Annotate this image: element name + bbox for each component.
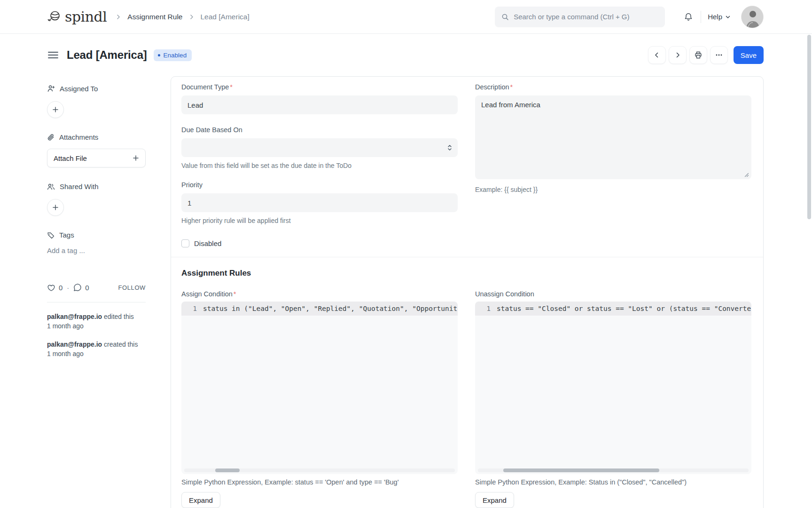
chevron-right-icon xyxy=(188,14,195,20)
horizontal-scrollbar[interactable] xyxy=(478,468,749,472)
page-scrollbar[interactable] xyxy=(807,35,811,219)
description-field: Description* Lead from America Example: … xyxy=(475,83,751,193)
due-date-based-on-field: Due Date Based On Value from this field … xyxy=(181,126,458,169)
users-icon xyxy=(47,183,55,190)
shared-with-label: Shared With xyxy=(60,183,99,190)
previous-document-button[interactable] xyxy=(648,46,666,64)
attachments-label: Attachments xyxy=(59,133,98,141)
code-content: status in ("Lead", "Open", "Replied", "Q… xyxy=(203,305,458,312)
description-textarea[interactable]: Lead from America xyxy=(475,95,751,179)
description-help-text: Example: {{ subject }} xyxy=(475,186,751,193)
breadcrumb-item-assignment-rule[interactable]: Assignment Rule xyxy=(127,13,182,21)
breadcrumb: Assignment Rule Lead [America] xyxy=(115,13,249,21)
paperclip-icon xyxy=(47,134,55,141)
navbar: spindl Assignment Rule Lead [America] xyxy=(0,0,812,34)
add-tag-input[interactable]: Add a tag ... xyxy=(47,246,146,254)
form-card: Document Type* Due Date Based On Value f… xyxy=(171,76,764,508)
tags-section: Tags xyxy=(47,231,146,239)
next-document-button[interactable] xyxy=(669,46,687,64)
unassign-condition-label: Unassign Condition xyxy=(475,290,751,298)
due-date-based-on-label: Due Date Based On xyxy=(181,126,458,134)
help-label: Help xyxy=(708,13,722,21)
add-share-button[interactable] xyxy=(47,199,64,216)
assign-condition-field: Assign Condition* 1 status in ("Lead", "… xyxy=(181,290,458,508)
page-title: Lead [America] xyxy=(67,48,147,62)
document-type-input[interactable] xyxy=(181,95,458,114)
priority-label: Priority xyxy=(181,181,458,189)
document-sidebar: Assigned To Attachments Attach File xyxy=(47,76,146,358)
plus-icon xyxy=(52,204,59,211)
unassign-condition-code-editor[interactable]: 1 status == "Closed" or status == "Lost"… xyxy=(475,302,751,474)
section-divider xyxy=(171,257,763,257)
line-number: 1 xyxy=(181,305,203,312)
comments-button[interactable] xyxy=(73,284,82,292)
divider xyxy=(701,11,701,23)
unassign-condition-expand-button[interactable]: Expand xyxy=(475,492,514,508)
tag-icon xyxy=(47,231,55,239)
status-dot-icon xyxy=(158,54,160,56)
hamburger-menu-icon xyxy=(48,51,58,59)
separator: · xyxy=(67,284,69,292)
disabled-label[interactable]: Disabled xyxy=(194,239,221,247)
priority-help-text: Higher priority rule will be applied fir… xyxy=(181,217,458,224)
priority-field: Priority Higher priority rule will be ap… xyxy=(181,181,458,224)
assign-condition-label: Assign Condition* xyxy=(181,290,458,298)
activity-entry: palkan@frappe.io edited this 1 month ago xyxy=(47,312,146,331)
app-logo[interactable]: spindl xyxy=(47,8,107,25)
sidebar-toggle-button[interactable] xyxy=(47,49,59,61)
activity-action: created this xyxy=(104,341,138,348)
line-number: 1 xyxy=(475,305,497,312)
attach-file-button[interactable]: Attach File xyxy=(47,149,146,167)
search-icon xyxy=(501,13,509,21)
unassign-condition-help-text: Simple Python Expression, Example: Statu… xyxy=(475,478,751,486)
disabled-checkbox[interactable] xyxy=(181,239,189,247)
comment-icon xyxy=(73,284,82,292)
user-avatar[interactable] xyxy=(741,6,764,28)
print-button[interactable] xyxy=(689,46,707,64)
page-header: Lead [America] Enabled xyxy=(47,46,764,64)
search-input[interactable] xyxy=(514,13,658,21)
plus-icon xyxy=(52,106,59,113)
assign-condition-code-editor[interactable]: 1 status in ("Lead", "Open", "Replied", … xyxy=(181,302,458,474)
follow-button[interactable]: FOLLOW xyxy=(118,284,146,291)
user-plus-icon xyxy=(47,85,55,93)
heart-icon xyxy=(47,284,55,292)
activity-time: 1 month ago xyxy=(47,349,146,358)
social-row: 0 · 0 FOLLOW xyxy=(47,284,146,292)
logo-wordmark: spindl xyxy=(65,8,107,25)
priority-input[interactable] xyxy=(181,193,458,212)
disabled-field: Disabled xyxy=(181,239,458,247)
code-content: status == "Closed" or status == "Lost" o… xyxy=(497,305,751,312)
chevron-left-icon xyxy=(653,51,661,59)
tags-label: Tags xyxy=(59,231,74,239)
document-type-field: Document Type* xyxy=(181,83,458,114)
printer-icon xyxy=(694,51,703,59)
document-type-label: Document Type* xyxy=(181,83,458,91)
divider xyxy=(47,302,146,302)
chevron-right-icon xyxy=(115,14,122,20)
assign-condition-expand-button[interactable]: Expand xyxy=(181,492,220,508)
like-count: 0 xyxy=(59,284,62,292)
horizontal-scrollbar[interactable] xyxy=(184,468,455,472)
scrollbar-thumb[interactable] xyxy=(503,468,659,472)
assign-condition-help-text: Simple Python Expression, Example: statu… xyxy=(181,478,458,486)
unassign-condition-field: Unassign Condition 1 status == "Closed" … xyxy=(475,290,751,508)
shared-with-section: Shared With xyxy=(47,183,146,190)
bell-icon xyxy=(684,12,693,22)
notifications-button[interactable] xyxy=(681,9,696,24)
due-date-based-on-select[interactable] xyxy=(181,138,458,157)
more-actions-button[interactable] xyxy=(710,46,728,64)
global-search[interactable] xyxy=(495,7,665,27)
ellipsis-icon xyxy=(715,51,723,59)
scrollbar-thumb[interactable] xyxy=(215,468,240,472)
help-menu[interactable]: Help xyxy=(708,13,731,21)
assigned-to-label: Assigned To xyxy=(60,85,98,93)
save-button[interactable]: Save xyxy=(734,46,764,64)
assignment-rules-section-title: Assignment Rules xyxy=(181,269,751,278)
comment-count: 0 xyxy=(85,284,89,292)
add-assignment-button[interactable] xyxy=(47,101,64,118)
like-button[interactable] xyxy=(47,284,55,292)
activity-user: palkan@frappe.io xyxy=(47,313,102,320)
activity-time: 1 month ago xyxy=(47,321,146,331)
breadcrumb-item-current[interactable]: Lead [America] xyxy=(201,13,250,21)
